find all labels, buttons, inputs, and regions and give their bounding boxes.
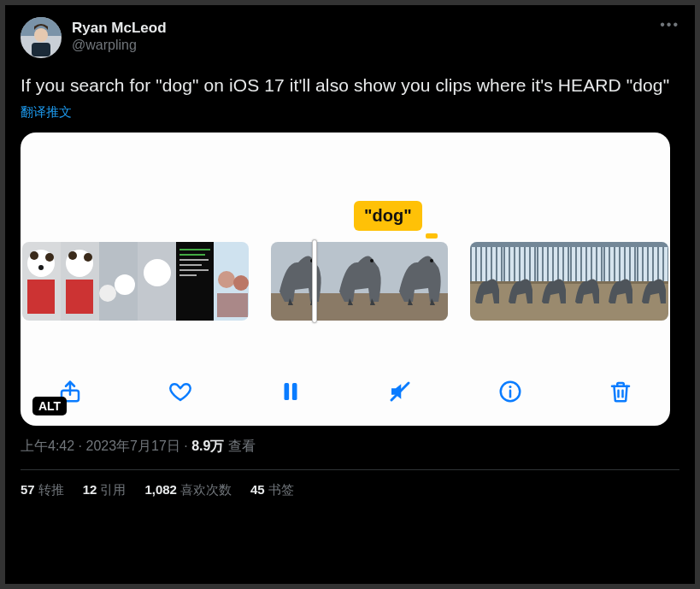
views-count[interactable]: 8.9万	[191, 439, 224, 453]
info-icon[interactable]	[495, 376, 526, 407]
clip-cluster	[470, 242, 668, 321]
svg-point-13	[84, 253, 92, 262]
tweet-time[interactable]: 上午4:42	[21, 439, 74, 453]
user-handle[interactable]: @warpling	[72, 37, 167, 54]
tweet-date[interactable]: 2023年7月17日	[85, 439, 179, 453]
playhead[interactable]	[312, 239, 317, 323]
svg-point-17	[99, 285, 116, 302]
clip-cluster	[22, 242, 249, 321]
mute-icon[interactable]	[385, 376, 415, 407]
svg-rect-9	[27, 280, 55, 314]
svg-point-28	[218, 271, 235, 288]
display-name[interactable]: Ryan McLeod	[72, 19, 167, 37]
views-label: 查看	[224, 439, 255, 453]
svg-point-19	[144, 259, 171, 286]
tweet-header: Ryan McLeod @warpling •••	[21, 17, 679, 58]
media-controls	[21, 376, 670, 407]
svg-point-2	[34, 28, 48, 42]
more-button[interactable]: •••	[660, 17, 679, 32]
quotes-stat[interactable]: 12引用	[83, 482, 126, 498]
svg-point-51	[509, 386, 512, 388]
retweets-stat[interactable]: 57转推	[21, 482, 64, 498]
timeline-row	[21, 242, 670, 321]
alt-badge[interactable]: ALT	[32, 397, 67, 415]
search-term-chip: "dog"	[354, 201, 422, 231]
media-attachment[interactable]: "dog"	[21, 133, 670, 426]
svg-point-12	[68, 251, 77, 260]
svg-rect-47	[291, 383, 297, 400]
svg-rect-14	[66, 280, 93, 314]
svg-rect-3	[32, 43, 50, 56]
svg-point-7	[45, 253, 54, 262]
svg-rect-30	[217, 293, 248, 317]
heart-icon[interactable]	[165, 376, 196, 407]
tweet-meta: 上午4:42 · 2023年7月17日 · 8.9万 查看	[21, 438, 679, 456]
likes-stat[interactable]: 1,082喜欢次数	[144, 482, 232, 498]
avatar[interactable]	[21, 17, 62, 58]
svg-rect-26	[179, 274, 197, 276]
svg-point-16	[115, 274, 135, 295]
svg-point-8	[38, 265, 44, 270]
tweet-text: If you search for "dog" on iOS 17 it'll …	[21, 74, 679, 97]
clip-cluster	[271, 242, 448, 321]
translate-link[interactable]: 翻译推文	[21, 104, 679, 121]
svg-rect-24	[179, 264, 202, 266]
svg-point-29	[233, 275, 249, 291]
svg-rect-46	[284, 383, 289, 400]
bookmarks-stat[interactable]: 45书签	[250, 482, 294, 498]
tweet-card: Ryan McLeod @warpling ••• If you search …	[5, 5, 695, 584]
svg-rect-23	[179, 259, 209, 261]
svg-rect-25	[179, 269, 209, 271]
search-term-marker	[426, 233, 438, 239]
user-block: Ryan McLeod @warpling	[72, 19, 167, 54]
svg-rect-22	[179, 254, 205, 256]
trash-icon[interactable]	[605, 376, 636, 407]
pause-icon[interactable]	[275, 376, 306, 407]
svg-point-6	[30, 251, 38, 260]
divider	[21, 469, 679, 470]
svg-rect-21	[179, 249, 210, 250]
stats-row: 57转推 12引用 1,082喜欢次数 45书签	[21, 482, 679, 498]
svg-rect-20	[176, 242, 214, 321]
